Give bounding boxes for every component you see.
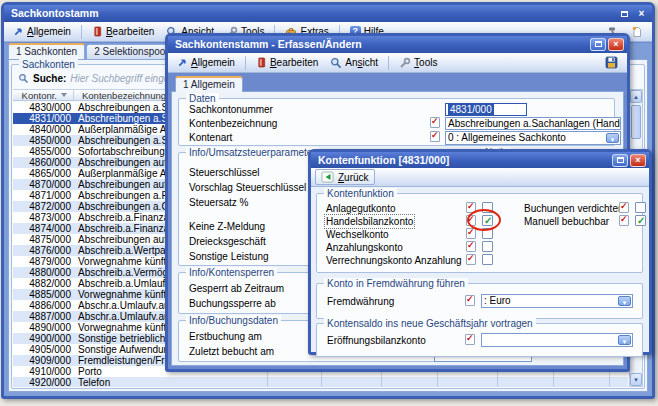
kf-col-right: Buchungen verdichtenManuell bebuchbar xyxy=(515,202,643,228)
chevron-down-icon[interactable] xyxy=(618,296,631,306)
form-label: Erstbuchung am xyxy=(189,331,262,342)
tab-allgemein[interactable]: 1 Allgemein xyxy=(175,76,243,92)
tab-selektionspool[interactable]: 2 Selektionspool xyxy=(86,44,175,59)
bezeichnung-label: Kontenbezeichnung xyxy=(189,118,277,129)
checkbox-label: Verrechnungskonto Anzahlung xyxy=(326,255,462,266)
chevron-down-icon[interactable] xyxy=(606,133,619,143)
fremdwaehrung-label: Fremdwährung xyxy=(327,296,394,307)
restore-icon[interactable] xyxy=(590,38,606,51)
edit-note-icon[interactable] xyxy=(430,117,440,128)
kontonummer-label: Sachkontonummer xyxy=(189,104,273,115)
account-name: Porto xyxy=(71,366,102,377)
account-number: 4830/000 xyxy=(13,102,71,113)
back-arrow-icon xyxy=(321,171,334,183)
kontenfunktion-titlebar[interactable]: Kontenfunktion [4831/000] × xyxy=(311,152,649,168)
kontenfunktion-window: Kontenfunktion [4831/000] × Zurück Konte… xyxy=(308,149,652,355)
erfassen-titlebar[interactable]: Sachkontenstamm - Erfassen/Ändern × xyxy=(168,36,627,53)
form-label: Gesperrt ab Zeitraum xyxy=(189,283,284,294)
account-number: 4870/000 xyxy=(13,179,71,190)
kontenfunktion-content: Kontenfunktion AnlagegutkontoHandelsbila… xyxy=(311,187,649,352)
search-icon xyxy=(18,73,29,84)
account-number: 4890/000 xyxy=(13,322,71,333)
account-number: 4865/000 xyxy=(13,168,71,179)
form-label: Steuerschlüssel xyxy=(189,167,260,178)
tab-sachkonten[interactable]: 1 Sachkonten xyxy=(8,43,85,59)
restore-icon[interactable] xyxy=(612,154,628,167)
wrench-icon xyxy=(399,57,411,69)
close-icon[interactable]: × xyxy=(630,154,646,167)
close-icon[interactable]: × xyxy=(608,38,624,51)
edit-book-icon xyxy=(92,26,103,37)
account-number: 4886/000 xyxy=(13,300,71,311)
menu-tools[interactable]: Tools xyxy=(394,55,442,71)
daten-group: Daten Sachkontonummer 4831/000 Kontenbez… xyxy=(178,98,615,146)
menu-bearbeiten[interactable]: Bearbeiten xyxy=(251,55,323,70)
main-window-title: Sachkontostamm xyxy=(11,5,617,22)
edit-note-icon[interactable] xyxy=(466,254,476,265)
save-disk-icon xyxy=(605,56,618,69)
account-number: 4910/000 xyxy=(13,366,71,377)
edit-book-icon xyxy=(256,57,267,68)
checkbox-label: Wechselkonto xyxy=(326,229,389,240)
checkbox-row: Anzahlungskonto xyxy=(317,241,515,254)
menu-bearbeiten[interactable]: Bearbeiten xyxy=(87,24,159,39)
checkbox[interactable] xyxy=(635,202,646,213)
new-document-icon xyxy=(631,26,643,38)
scroll-up-icon[interactable]: ▲ xyxy=(630,90,642,103)
column-kontenbezeichnung[interactable]: Kontenbezeichnung xyxy=(73,90,166,101)
column-kontonr[interactable]: Kontonr. xyxy=(13,90,57,101)
save-button[interactable] xyxy=(600,54,623,71)
edit-note-icon[interactable] xyxy=(465,334,475,345)
arrow-ne-icon xyxy=(177,57,188,68)
form-label: Vorschlag Steuerschlüssel xyxy=(189,182,306,193)
main-titlebar[interactable]: Sachkontostamm × xyxy=(4,5,652,22)
checkbox-label: Handelsbilanzkonto xyxy=(326,216,413,227)
edit-note-icon[interactable] xyxy=(466,228,476,239)
checkbox[interactable] xyxy=(635,215,646,226)
checkbox-label: Anzahlungskonto xyxy=(326,242,403,253)
account-number: 4872/000 xyxy=(13,201,71,212)
edit-note-icon[interactable] xyxy=(619,215,629,226)
edit-note-icon[interactable] xyxy=(465,295,475,306)
account-number: 4876/000 xyxy=(13,245,71,256)
form-label: Steuersatz % xyxy=(189,197,248,208)
table-row[interactable]: 4920/000Telefon xyxy=(13,377,628,387)
account-number: 4831/000 xyxy=(13,113,71,124)
form-label: Dreiecksgeschäft xyxy=(189,236,266,247)
account-number: 4875/000 xyxy=(13,234,71,245)
menu-ansicht[interactable]: Ansicht xyxy=(325,55,383,71)
edit-note-icon[interactable] xyxy=(430,131,440,142)
form-label: Keine Z-Meldung xyxy=(189,221,265,232)
kontenart-label: Kontenart xyxy=(189,132,232,143)
kontenart-combobox[interactable]: 0 : Allgemeines Sachkonto xyxy=(445,131,621,145)
eroeffnungsbilanzkonto-combobox[interactable] xyxy=(481,333,633,347)
highlight-circle-annotation xyxy=(467,209,501,231)
checkbox[interactable] xyxy=(482,241,493,252)
restore-icon[interactable] xyxy=(617,8,632,20)
menu-allgemein[interactable]: Allgemein xyxy=(8,24,76,39)
edit-note-icon[interactable] xyxy=(619,202,629,213)
scroll-thumb[interactable] xyxy=(631,105,641,139)
account-number: 4850/000 xyxy=(13,135,71,146)
kontenfunktion-group: Kontenfunktion AnlagegutkontoHandelsbila… xyxy=(316,193,643,273)
fremdwaehrung-combobox[interactable]: : Euro xyxy=(481,294,633,308)
close-icon[interactable]: × xyxy=(634,8,649,20)
account-number: 4882/000 xyxy=(13,278,71,289)
chevron-down-icon[interactable] xyxy=(618,335,631,345)
form-label: Buchungssperre ab xyxy=(189,298,276,309)
scroll-down-icon[interactable]: ▼ xyxy=(630,373,642,386)
back-button[interactable]: Zurück xyxy=(315,169,375,185)
checkbox-label: Manuell bebuchbar xyxy=(524,216,609,227)
checkbox-label: Anlagegutkonto xyxy=(326,203,396,214)
edit-note-icon[interactable] xyxy=(466,241,476,252)
account-number: 4920/000 xyxy=(13,377,71,387)
magnifier-icon xyxy=(330,57,342,69)
kontonummer-field[interactable]: 4831/000 xyxy=(445,103,527,116)
account-number: 4905/000 xyxy=(13,344,71,355)
bezeichnung-field[interactable]: Abschreibungen a.Sachanlagen (Handelsbil… xyxy=(445,117,621,130)
account-number: 4879/000 xyxy=(13,256,71,267)
menu-allgemein[interactable]: Allgemein xyxy=(172,55,240,70)
account-number: 4860/000 xyxy=(13,157,71,168)
account-number: 4840/000 xyxy=(13,124,71,135)
checkbox[interactable] xyxy=(482,254,493,265)
